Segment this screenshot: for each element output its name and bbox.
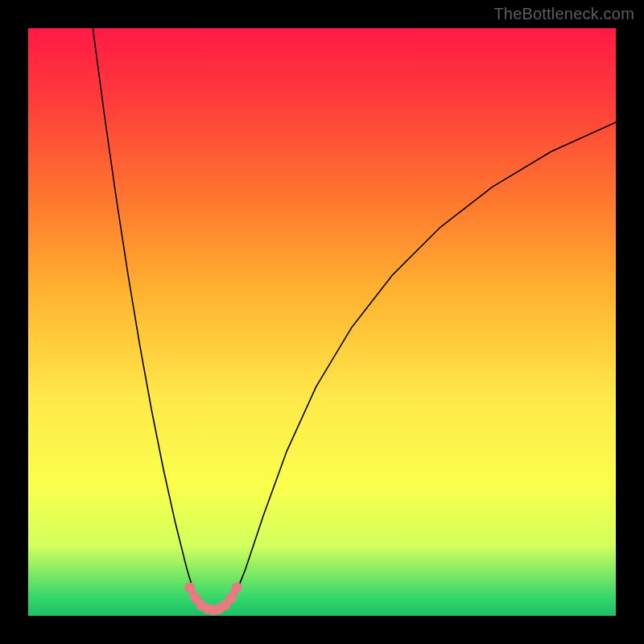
series-bottleneck-left: [93, 28, 196, 598]
svg-point-7: [225, 593, 236, 604]
plot-area: [28, 28, 616, 616]
chart-frame: TheBottleneck.com: [0, 0, 644, 644]
series-optimal-markers: [184, 582, 242, 615]
svg-point-8: [232, 582, 242, 592]
curve-svg: [28, 28, 616, 616]
watermark-text: TheBottleneck.com: [493, 5, 634, 23]
svg-point-0: [184, 582, 195, 592]
series-bottleneck-right: [234, 122, 617, 598]
